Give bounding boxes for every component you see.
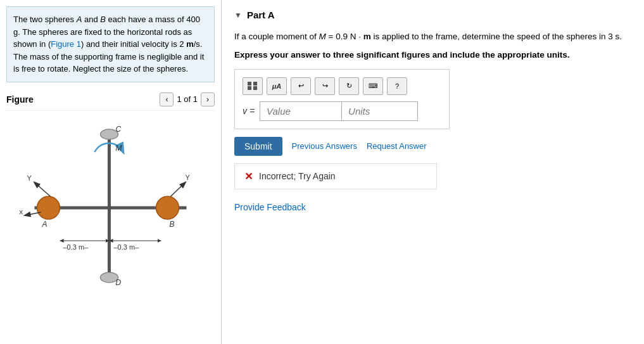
undo-icon: ↩ xyxy=(298,82,304,90)
undo-button[interactable]: ↩ xyxy=(291,77,311,95)
figure-link[interactable]: Figure 1 xyxy=(51,39,81,49)
mu-icon: μA xyxy=(272,82,282,90)
action-row: Submit Previous Answers Request Answer xyxy=(234,137,631,156)
value-input[interactable] xyxy=(260,101,342,121)
refresh-icon: ↻ xyxy=(346,82,352,90)
toolbar: μA ↩ ↪ ↻ ⌨ ? xyxy=(243,77,441,95)
svg-line-15 xyxy=(171,182,186,196)
refresh-button[interactable]: ↻ xyxy=(339,77,359,95)
keyboard-button[interactable]: ⌨ xyxy=(363,77,383,95)
previous-answers-link[interactable]: Previous Answers xyxy=(292,141,357,151)
feedback-text: Incorrect; Try Again xyxy=(259,171,336,181)
mu-button[interactable]: μA xyxy=(267,77,287,95)
v-equals-label: v = xyxy=(243,106,255,116)
matrix-button[interactable] xyxy=(243,77,263,95)
figure-section: Figure ‹ 1 of 1 › C M xyxy=(0,89,221,345)
svg-text:–0.3 m–: –0.3 m– xyxy=(114,243,140,251)
svg-text:A: A xyxy=(42,220,47,229)
figure-nav-controls: ‹ 1 of 1 › xyxy=(160,92,215,106)
question-text: If a couple moment of M = 0.9 N · m is a… xyxy=(234,30,631,44)
figure-next-button[interactable]: › xyxy=(201,92,215,106)
provide-feedback-link[interactable]: Provide Feedback xyxy=(234,202,631,212)
figure-title: Figure xyxy=(6,94,34,105)
input-row: v = xyxy=(243,101,441,121)
collapse-arrow-icon[interactable]: ▼ xyxy=(234,11,242,20)
part-label: Part A xyxy=(247,10,275,20)
help-button[interactable]: ? xyxy=(387,77,407,95)
right-panel: ▼ Part A If a couple moment of M = 0.9 N… xyxy=(222,0,644,344)
figure-container: C M D A B Y x xyxy=(6,114,215,291)
keyboard-icon: ⌨ xyxy=(369,82,377,89)
svg-text:C: C xyxy=(116,125,122,134)
part-header: ▼ Part A xyxy=(234,10,631,20)
redo-icon: ↪ xyxy=(322,82,328,90)
svg-text:D: D xyxy=(116,278,122,287)
matrix-icon xyxy=(248,82,258,91)
answer-box: μA ↩ ↪ ↻ ⌨ ? v = xyxy=(234,69,450,129)
svg-text:B: B xyxy=(170,220,175,229)
svg-text:M: M xyxy=(116,144,122,153)
feedback-box: ✕ Incorrect; Try Again xyxy=(234,163,437,189)
figure-header: Figure ‹ 1 of 1 › xyxy=(6,89,215,111)
svg-point-7 xyxy=(37,196,60,219)
help-icon: ? xyxy=(395,82,399,90)
svg-text:Y: Y xyxy=(186,174,191,181)
incorrect-icon: ✕ xyxy=(244,170,253,182)
svg-text:Y: Y xyxy=(27,174,32,182)
redo-button[interactable]: ↪ xyxy=(315,77,335,95)
units-input[interactable] xyxy=(342,101,418,121)
left-panel: The two spheres A and B each have a mass… xyxy=(0,0,222,344)
problem-description: The two spheres A and B each have a mass… xyxy=(6,6,215,82)
submit-button[interactable]: Submit xyxy=(234,137,282,156)
figure-prev-button[interactable]: ‹ xyxy=(160,92,174,106)
request-answer-link[interactable]: Request Answer xyxy=(367,141,427,151)
svg-point-9 xyxy=(156,196,179,219)
figure-page-indicator: 1 of 1 xyxy=(177,94,198,104)
svg-text:–0.3 m–: –0.3 m– xyxy=(63,243,89,251)
svg-text:x: x xyxy=(20,208,23,215)
figure-diagram: C M D A B Y x xyxy=(6,114,215,291)
express-text: Express your answer to three significant… xyxy=(234,50,631,60)
svg-line-11 xyxy=(35,182,51,196)
